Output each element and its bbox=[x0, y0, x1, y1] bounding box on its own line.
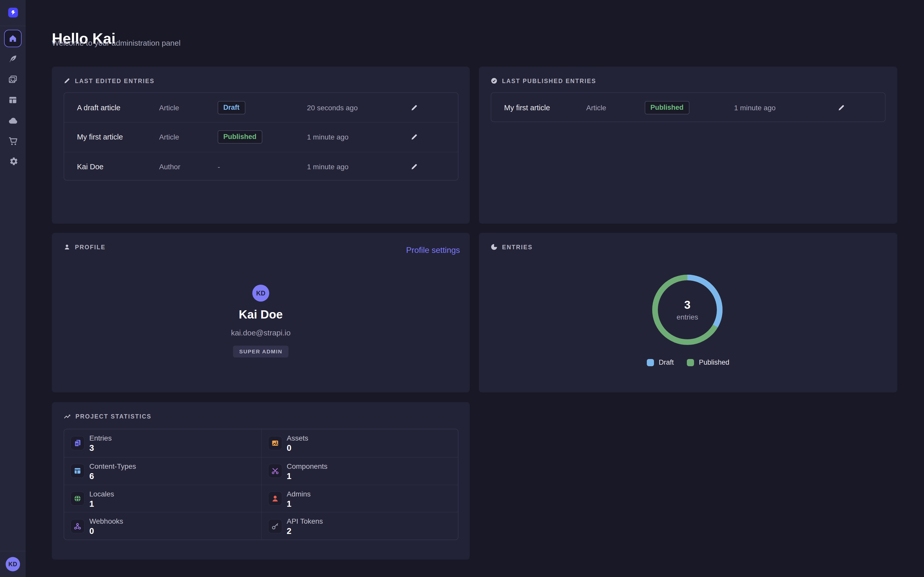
stat-value: 6 bbox=[89, 471, 136, 481]
entry-name: Kai Doe bbox=[77, 162, 103, 171]
stat-components: Components 1 bbox=[261, 457, 458, 485]
panel-header: PROJECT STATISTICS bbox=[64, 413, 152, 420]
pencil-icon bbox=[838, 104, 845, 111]
table-row: My first article Article Published 1 min… bbox=[64, 122, 458, 152]
stat-webhooks: Webhooks 0 bbox=[64, 512, 261, 540]
globe-icon bbox=[70, 492, 85, 506]
components-icon bbox=[268, 464, 282, 478]
sidebar-item-media-library[interactable] bbox=[0, 73, 26, 85]
stat-label: Content-Types bbox=[89, 462, 136, 470]
layout-grid-icon bbox=[70, 464, 85, 478]
entry-name: My first article bbox=[504, 103, 550, 111]
panel-last-published-entries: LAST PUBLISHED ENTRIES My first article … bbox=[479, 67, 897, 224]
legend-label: Published bbox=[699, 358, 729, 366]
table-row: A draft article Article Draft 20 seconds… bbox=[64, 93, 458, 122]
sidebar-item-marketplace[interactable] bbox=[0, 135, 26, 147]
entry-updated: 1 minute ago bbox=[307, 133, 349, 141]
stat-api-tokens: API Tokens 2 bbox=[261, 512, 458, 540]
sidebar-divider-bottom bbox=[0, 551, 26, 551]
entry-kind: Author bbox=[159, 162, 181, 171]
home-icon bbox=[9, 34, 17, 43]
person-icon bbox=[64, 243, 70, 250]
donut-total-value: 3 bbox=[684, 298, 691, 312]
profile-settings-link[interactable]: Profile settings bbox=[406, 246, 460, 255]
stat-label: Assets bbox=[287, 434, 308, 442]
pencil-icon bbox=[411, 163, 418, 170]
status-empty: - bbox=[218, 162, 220, 171]
table-row: My first article Article Published 1 min… bbox=[491, 93, 885, 122]
panel-entries: ENTRIES 3 entries Draft Published bbox=[479, 233, 897, 392]
stat-value: 0 bbox=[89, 527, 123, 536]
stat-locales: Locales 1 bbox=[64, 484, 261, 512]
pie-chart-icon bbox=[491, 243, 498, 250]
stat-admins: Admins 1 bbox=[261, 484, 458, 512]
layout-icon bbox=[8, 95, 18, 105]
image-icon bbox=[268, 436, 282, 450]
sidebar-item-content-type-builder[interactable] bbox=[0, 94, 26, 106]
role-badge: SUPER ADMIN bbox=[233, 346, 289, 358]
admin-person-icon bbox=[268, 492, 282, 506]
pencil-icon bbox=[411, 134, 418, 141]
stat-value: 1 bbox=[287, 471, 328, 481]
entry-name: My first article bbox=[77, 133, 123, 141]
legend-swatch-draft bbox=[647, 359, 654, 366]
panel-header: LAST PUBLISHED ENTRIES bbox=[491, 77, 596, 84]
edit-entry-button[interactable] bbox=[410, 132, 419, 142]
status-badge: Published bbox=[645, 101, 689, 114]
entry-kind: Article bbox=[159, 133, 179, 141]
pencil-icon bbox=[64, 77, 70, 84]
panel-header: ENTRIES bbox=[491, 243, 533, 250]
stat-value: 1 bbox=[89, 499, 114, 509]
stat-label: Components bbox=[287, 462, 328, 470]
sidebar-item-content-manager[interactable] bbox=[0, 53, 26, 65]
edit-entry-button[interactable] bbox=[837, 103, 846, 112]
stat-value: 0 bbox=[287, 443, 308, 453]
stat-value: 1 bbox=[287, 499, 310, 509]
profile-avatar: KD bbox=[252, 285, 269, 301]
feather-icon bbox=[8, 54, 18, 64]
status-badge: Draft bbox=[218, 101, 245, 114]
sidebar-item-deploy[interactable] bbox=[0, 114, 26, 127]
last-published-table: My first article Article Published 1 min… bbox=[491, 92, 885, 122]
entry-updated: 1 minute ago bbox=[734, 103, 775, 111]
stat-value: 2 bbox=[287, 527, 323, 536]
key-icon bbox=[268, 519, 282, 533]
chart-legend: Draft Published bbox=[479, 358, 897, 366]
panel-header: PROFILE bbox=[64, 243, 105, 250]
sidebar-divider-top bbox=[0, 26, 26, 26]
sidebar-item-home[interactable] bbox=[4, 30, 21, 47]
legend-label: Draft bbox=[659, 358, 674, 366]
panel-title: PROFILE bbox=[75, 244, 105, 250]
entry-updated: 20 seconds ago bbox=[307, 103, 358, 111]
legend-swatch-published bbox=[687, 359, 694, 366]
sidebar-user-avatar[interactable]: KD bbox=[6, 557, 20, 571]
last-edited-table: A draft article Article Draft 20 seconds… bbox=[64, 92, 459, 181]
edit-entry-button[interactable] bbox=[410, 162, 419, 171]
app-root: KD Hello Kai Welcome to your administrat… bbox=[0, 0, 924, 577]
stat-label: API Tokens bbox=[287, 517, 323, 525]
media-library-icon bbox=[8, 75, 18, 84]
stat-label: Entries bbox=[89, 434, 111, 442]
edit-entry-button[interactable] bbox=[410, 103, 419, 112]
entry-name: A draft article bbox=[77, 103, 120, 111]
sidebar-item-settings[interactable] bbox=[0, 155, 26, 167]
entry-kind: Article bbox=[586, 103, 606, 111]
donut-total-label: entries bbox=[677, 313, 698, 321]
legend-item-draft: Draft bbox=[647, 358, 674, 366]
strapi-logo[interactable] bbox=[8, 8, 18, 18]
panel-title: LAST EDITED ENTRIES bbox=[75, 78, 155, 84]
check-circle-icon bbox=[491, 77, 498, 84]
panel-title: LAST PUBLISHED ENTRIES bbox=[502, 78, 596, 84]
documents-icon bbox=[70, 436, 85, 450]
stat-assets: Assets 0 bbox=[261, 429, 458, 457]
sidebar: KD bbox=[0, 0, 26, 577]
panel-project-statistics: PROJECT STATISTICS Entries 3 Assets 0 bbox=[52, 402, 470, 559]
trending-up-icon bbox=[64, 413, 71, 420]
webhooks-icon bbox=[70, 519, 85, 533]
profile-email: kai.doe@strapi.io bbox=[52, 328, 470, 337]
legend-item-published: Published bbox=[687, 358, 729, 366]
panel-profile: PROFILE Profile settings KD Kai Doe kai.… bbox=[52, 233, 470, 392]
gear-icon bbox=[8, 156, 18, 166]
donut-center: 3 entries bbox=[652, 274, 723, 345]
stat-label: Locales bbox=[89, 490, 114, 498]
